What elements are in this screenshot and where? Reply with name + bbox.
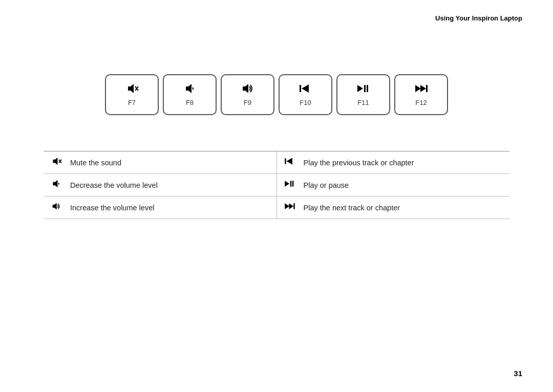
svg-marker-10 xyxy=(415,85,421,92)
key-f7-icon xyxy=(125,83,139,96)
table-cell-vol-up: Increase the volume level xyxy=(44,197,276,219)
feature-table: Mute the sound Play the previous track o… xyxy=(44,151,509,219)
key-f10-icon xyxy=(299,83,313,96)
svg-rect-16 xyxy=(285,158,286,164)
mute-icon xyxy=(50,157,63,168)
svg-marker-23 xyxy=(285,203,289,209)
prev-track-description: Play the previous track or chapter xyxy=(304,159,414,167)
svg-marker-6 xyxy=(302,84,309,93)
key-f12-icon xyxy=(414,83,429,96)
svg-rect-25 xyxy=(293,203,294,209)
key-f12: F12 xyxy=(394,74,448,115)
key-f8-label: F8 xyxy=(186,99,194,106)
mute-description: Mute the sound xyxy=(70,159,121,167)
play-pause-icon xyxy=(283,179,296,191)
svg-marker-0 xyxy=(128,84,134,93)
svg-rect-5 xyxy=(300,85,301,92)
svg-marker-22 xyxy=(53,203,57,209)
page-header-title: Using Your Inspiron Laptop xyxy=(435,14,522,22)
key-f7: F7 xyxy=(105,74,159,115)
key-f10-label: F10 xyxy=(300,99,311,106)
key-f11: F11 xyxy=(336,74,390,115)
table-row: Mute the sound Play the previous track o… xyxy=(44,151,509,174)
key-f8: F8 xyxy=(163,74,217,115)
key-f10: F10 xyxy=(279,74,332,115)
key-f7-label: F7 xyxy=(128,99,136,106)
svg-marker-17 xyxy=(286,158,292,164)
table-cell-play-pause: Play or pause xyxy=(276,174,510,196)
svg-marker-4 xyxy=(243,84,248,93)
key-f11-label: F11 xyxy=(357,99,369,106)
table-cell-prev-track: Play the previous track or chapter xyxy=(276,151,510,173)
key-f11-icon xyxy=(356,83,371,96)
next-track-description: Play the next track or chapter xyxy=(304,204,400,212)
svg-rect-12 xyxy=(426,85,428,92)
vol-up-icon xyxy=(50,202,63,213)
table-cell-mute: Mute the sound xyxy=(44,151,276,173)
table-row: Decrease the volume level Play or pause xyxy=(44,174,509,197)
key-f9-icon xyxy=(240,83,256,96)
vol-down-icon xyxy=(50,179,63,191)
svg-rect-8 xyxy=(364,85,366,92)
key-f9-label: F9 xyxy=(244,99,251,106)
vol-up-description: Increase the volume level xyxy=(70,204,154,212)
svg-marker-24 xyxy=(289,203,293,209)
svg-marker-7 xyxy=(357,85,363,92)
key-f8-icon xyxy=(183,83,197,96)
table-row: Increase the volume level Play the next … xyxy=(44,197,509,219)
prev-track-icon xyxy=(283,157,296,168)
svg-rect-20 xyxy=(290,181,291,186)
next-track-icon xyxy=(283,202,296,213)
svg-marker-19 xyxy=(285,181,289,186)
keys-container: F7 F8 F9 F10 xyxy=(67,74,486,115)
svg-marker-18 xyxy=(53,180,57,188)
key-f12-label: F12 xyxy=(415,99,427,106)
table-cell-vol-down: Decrease the volume level xyxy=(44,174,276,196)
play-pause-description: Play or pause xyxy=(304,181,349,189)
page-number: 31 xyxy=(514,369,522,378)
svg-marker-11 xyxy=(420,85,426,92)
svg-rect-9 xyxy=(367,85,368,92)
svg-rect-21 xyxy=(292,181,293,186)
key-f9: F9 xyxy=(221,74,274,115)
table-cell-next-track: Play the next track or chapter xyxy=(276,197,510,219)
svg-marker-3 xyxy=(186,84,192,93)
svg-marker-13 xyxy=(53,158,57,165)
vol-down-description: Decrease the volume level xyxy=(70,181,158,189)
